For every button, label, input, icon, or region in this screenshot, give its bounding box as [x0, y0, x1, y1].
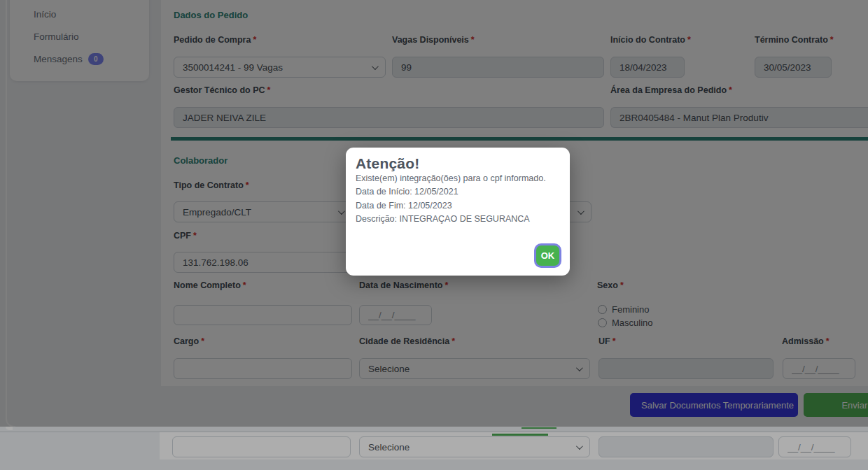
modal-message-line: Existe(em) integração(ões) para o cpf in… — [356, 172, 560, 185]
modal-message-line: Data de Fim: 12/05/2023 — [356, 199, 560, 213]
bottom-strip: Selecione — [0, 427, 868, 470]
modal-message-line: Data de Início: 12/05/2021 — [356, 185, 560, 199]
modal-message-line: Descrição: INTEGRAÇAO DE SEGURANCA — [356, 213, 560, 226]
modal-dialog: Atenção! Existe(em) integração(ões) para… — [346, 148, 570, 276]
bottom-strip-dim — [0, 427, 868, 470]
modal-title: Atenção! — [356, 155, 560, 172]
ok-button[interactable]: OK — [534, 243, 561, 268]
